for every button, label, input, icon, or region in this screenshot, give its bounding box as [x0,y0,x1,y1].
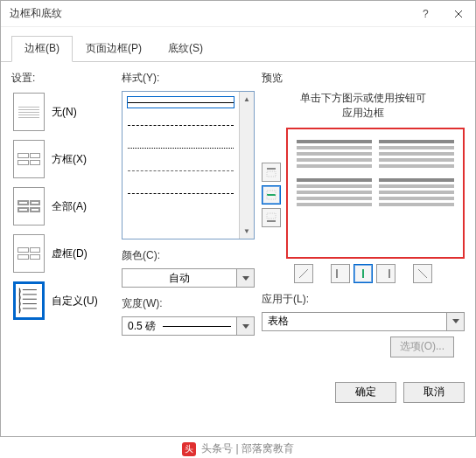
style-column: 样式(Y): ▲ ▼ 颜色(C): 自动 [122,71,255,363]
title-bar: 边框和底纹 ? [1,1,475,27]
style-dashed[interactable] [128,120,234,130]
preview-diagram[interactable] [286,128,465,259]
setting-custom[interactable]: 自定义(U) [11,280,115,322]
svg-rect-7 [267,220,276,222]
style-dashspace[interactable] [128,188,234,198]
preview-column: 预览 单击下方图示或使用按钮可 应用边框 [262,71,465,363]
tab-borders[interactable]: 边框(B) [11,36,73,62]
preview-heading: 预览 [262,71,465,86]
color-heading: 颜色(C): [122,248,255,263]
svg-rect-10 [336,269,338,278]
border-bottom-button[interactable] [262,208,281,227]
style-scrollbar[interactable]: ▲ ▼ [239,92,254,239]
setting-box[interactable]: 方框(X) [11,138,115,180]
dialog-content: 设置: 无(N) 方框(X) [1,62,475,371]
options-button: 选项(O)... [390,337,454,357]
apply-dropdown-button[interactable] [447,312,465,331]
border-vmiddle-button[interactable] [354,264,373,283]
width-dropdown-button[interactable] [237,316,255,336]
scroll-up-icon[interactable]: ▲ [240,92,254,107]
border-left-button[interactable] [331,264,350,283]
watermark: 头 头条号 | 部落窝教育 [0,440,476,458]
setting-all[interactable]: 全部(A) [11,185,115,227]
scroll-down-icon[interactable]: ▼ [240,224,254,239]
tab-bar: 边框(B) 页面边框(P) 底纹(S) [1,27,475,62]
border-diag2-button[interactable] [413,264,432,283]
svg-rect-8 [267,213,276,219]
style-dashdot[interactable] [128,165,234,176]
style-heading: 样式(Y): [122,71,255,86]
svg-line-13 [418,269,427,278]
settings-heading: 设置: [11,71,115,86]
setting-none-icon [13,93,45,131]
svg-line-9 [299,269,308,278]
border-top-button[interactable] [262,163,281,182]
color-combo[interactable]: 自动 [122,268,255,288]
color-dropdown-button[interactable] [237,268,255,288]
svg-rect-11 [362,269,364,278]
apply-combo[interactable]: 表格 [262,312,465,331]
preview-hint: 单击下方图示或使用按钮可 应用边框 [262,91,465,121]
style-dotted[interactable] [128,142,234,153]
tab-page-border[interactable]: 页面边框(P) [73,36,155,61]
dialog-footer: 确定 取消 [1,371,475,413]
cancel-button[interactable]: 取消 [403,382,465,403]
tab-shading[interactable]: 底纹(S) [155,36,216,61]
apply-heading: 应用于(L): [262,292,465,307]
border-diag-button[interactable] [294,264,313,283]
borders-shading-dialog: 边框和底纹 ? 边框(B) 页面边框(P) 底纹(S) 设置: 无(N) [0,0,476,437]
width-heading: 宽度(W): [122,296,255,311]
ok-button[interactable]: 确定 [335,382,396,403]
color-value: 自动 [122,268,237,288]
settings-column: 设置: 无(N) 方框(X) [11,71,115,363]
svg-rect-4 [267,171,276,177]
width-value: 0.5 磅 [122,316,237,336]
setting-grid-icon [13,234,45,273]
border-hmiddle-button[interactable] [262,185,281,205]
setting-custom-icon [13,281,45,320]
border-right-button[interactable] [376,264,396,283]
apply-value: 表格 [262,312,447,331]
style-solid[interactable] [128,97,234,108]
close-button[interactable] [442,1,475,27]
svg-text:?: ? [423,10,429,18]
watermark-logo-icon: 头 [182,442,196,456]
setting-none[interactable]: 无(N) [11,91,115,133]
help-button[interactable]: ? [409,1,442,27]
setting-grid[interactable]: 虚框(D) [11,232,115,274]
svg-rect-3 [267,168,276,170]
style-listbox[interactable]: ▲ ▼ [122,91,255,239]
setting-box-icon [13,140,45,178]
svg-rect-12 [388,269,390,278]
setting-all-icon [13,187,45,226]
window-title: 边框和底纹 [10,6,409,21]
width-combo[interactable]: 0.5 磅 [122,316,255,336]
svg-rect-5 [267,194,276,196]
